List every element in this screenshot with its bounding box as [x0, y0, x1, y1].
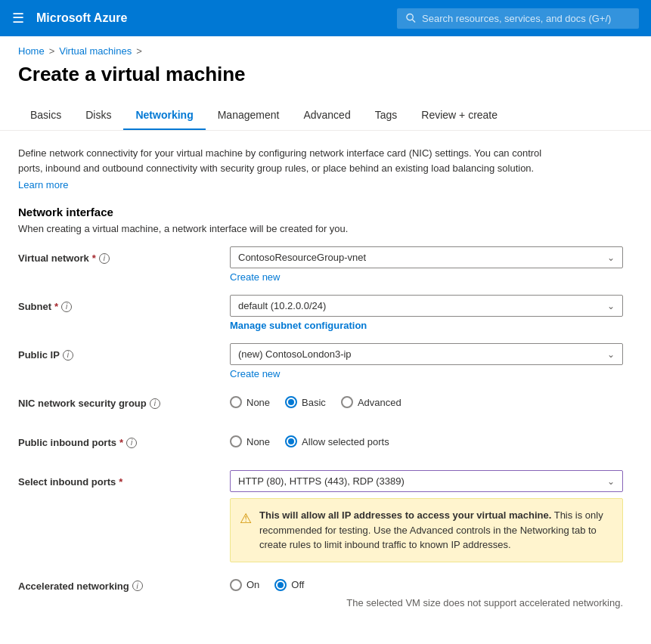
chevron-down-icon: ⌄: [607, 301, 615, 311]
subnet-label: Subnet * i: [18, 295, 230, 312]
svg-line-1: [412, 20, 415, 23]
network-interface-heading: Network interface: [18, 206, 633, 218]
public-inbound-ports-row: Public inbound ports * i None Allow sele…: [18, 431, 633, 458]
subnet-control: default (10.2.0.0/24) ⌄ Manage subnet co…: [230, 295, 633, 331]
nic-basic-radio[interactable]: [285, 396, 297, 408]
ports-none-radio[interactable]: [230, 435, 242, 447]
nic-advanced-label: Advanced: [358, 397, 401, 408]
azure-logo: Microsoft Azure: [36, 11, 127, 25]
ports-allow-option[interactable]: Allow selected ports: [285, 435, 389, 447]
subnet-required-marker: *: [54, 301, 58, 312]
virtual-network-dropdown[interactable]: ContosoResourceGroup-vnet ⌄: [230, 246, 623, 268]
nic-basic-label: Basic: [302, 397, 326, 408]
svg-point-0: [407, 14, 413, 20]
public-ip-value: (new) ContosoLondon3-ip: [238, 348, 352, 360]
public-ip-label: Public IP i: [18, 343, 230, 361]
accel-on-option[interactable]: On: [230, 579, 259, 591]
nic-none-radio[interactable]: [230, 396, 242, 408]
nic-advanced-option[interactable]: Advanced: [341, 396, 401, 408]
select-inbound-ports-dropdown[interactable]: HTTP (80), HTTPS (443), RDP (3389) ⌄: [230, 470, 623, 492]
public-inbound-ports-control: None Allow selected ports: [230, 431, 633, 447]
public-ip-row: Public IP i (new) ContosoLondon3-ip ⌄ Cr…: [18, 343, 633, 379]
public-ip-create-new-link[interactable]: Create new: [230, 368, 633, 379]
nic-security-group-row: NIC network security group i None Basic …: [18, 392, 633, 419]
select-ports-required-marker: *: [119, 476, 122, 488]
breadcrumb-sep1: >: [49, 45, 55, 57]
nic-none-option[interactable]: None: [230, 396, 270, 408]
accel-on-label: On: [246, 579, 259, 590]
virtual-network-row: Virtual network * i ContosoResourceGroup…: [18, 246, 633, 283]
tabs-container: Basics Disks Networking Management Advan…: [0, 101, 651, 131]
ports-info-icon[interactable]: i: [126, 438, 137, 448]
tab-review-create[interactable]: Review + create: [409, 101, 510, 130]
public-ip-info-icon[interactable]: i: [63, 350, 73, 361]
content-area: Define network connectivity for your vir…: [0, 131, 651, 636]
ports-none-label: None: [246, 436, 270, 447]
select-inbound-ports-label: Select inbound ports *: [18, 470, 230, 488]
subnet-info-icon[interactable]: i: [61, 302, 72, 312]
accel-info-icon[interactable]: i: [132, 581, 143, 591]
nic-radio-group: None Basic Advanced: [230, 392, 633, 408]
vnet-create-new-link[interactable]: Create new: [230, 271, 633, 283]
learn-more-link[interactable]: Learn more: [18, 179, 68, 190]
top-navbar: ☰ Microsoft Azure: [0, 0, 651, 36]
nic-basic-option[interactable]: Basic: [285, 396, 326, 408]
network-interface-sub: When creating a virtual machine, a netwo…: [18, 223, 633, 234]
public-ip-dropdown[interactable]: (new) ContosoLondon3-ip ⌄: [230, 343, 623, 365]
tab-advanced[interactable]: Advanced: [291, 101, 362, 130]
page-description: Define network connectivity for your vir…: [18, 146, 547, 175]
page-title: Create a virtual machine: [0, 60, 651, 101]
vnet-info-icon[interactable]: i: [99, 253, 110, 264]
search-input[interactable]: [422, 13, 630, 24]
manage-subnet-link[interactable]: Manage subnet configuration: [230, 320, 633, 331]
select-inbound-ports-control: HTTP (80), HTTPS (443), RDP (3389) ⌄ ⚠ T…: [230, 470, 633, 562]
ports-none-option[interactable]: None: [230, 435, 270, 447]
ports-allow-radio[interactable]: [285, 435, 297, 447]
accel-off-option[interactable]: Off: [274, 579, 304, 591]
accel-radio-group: On Off: [230, 574, 633, 591]
select-inbound-ports-row: Select inbound ports * HTTP (80), HTTPS …: [18, 470, 633, 562]
nic-security-group-control: None Basic Advanced: [230, 392, 633, 408]
breadcrumb-sep2: >: [136, 45, 142, 57]
subnet-row: Subnet * i default (10.2.0.0/24) ⌄ Manag…: [18, 295, 633, 331]
virtual-network-label: Virtual network * i: [18, 246, 230, 264]
accel-note: The selected VM size does not support ac…: [230, 597, 623, 608]
warning-text: This will allow all IP addresses to acce…: [259, 508, 613, 553]
tab-tags[interactable]: Tags: [363, 101, 410, 130]
public-inbound-ports-label: Public inbound ports * i: [18, 431, 230, 448]
inbound-ports-radio-group: None Allow selected ports: [230, 431, 633, 447]
accel-off-radio[interactable]: [274, 579, 287, 591]
chevron-down-icon: ⌄: [607, 252, 615, 263]
nic-advanced-radio[interactable]: [341, 396, 353, 408]
public-ip-control: (new) ContosoLondon3-ip ⌄ Create new: [230, 343, 633, 379]
breadcrumb: Home > Virtual machines >: [0, 36, 651, 60]
tab-networking[interactable]: Networking: [123, 101, 205, 130]
chevron-down-icon: ⌄: [607, 349, 615, 360]
breadcrumb-virtual-machines[interactable]: Virtual machines: [59, 45, 132, 57]
breadcrumb-home[interactable]: Home: [18, 45, 45, 57]
nic-security-group-label: NIC network security group i: [18, 392, 230, 409]
tab-basics[interactable]: Basics: [18, 101, 73, 130]
accelerated-networking-control: On Off The selected VM size does not sup…: [230, 574, 633, 608]
nic-none-label: None: [246, 397, 270, 408]
accelerated-networking-label: Accelerated networking i: [18, 574, 230, 592]
subnet-dropdown[interactable]: default (10.2.0.0/24) ⌄: [230, 295, 623, 317]
subnet-value: default (10.2.0.0/24): [238, 300, 326, 311]
virtual-network-value: ContosoResourceGroup-vnet: [238, 252, 366, 263]
vnet-required-marker: *: [92, 252, 96, 264]
search-bar[interactable]: [397, 8, 639, 29]
warning-bold-text: This will allow all IP addresses to acce…: [259, 509, 551, 521]
warning-icon: ⚠: [240, 509, 252, 529]
tab-management[interactable]: Management: [206, 101, 292, 130]
hamburger-menu[interactable]: ☰: [12, 10, 24, 26]
ports-required-marker: *: [119, 437, 123, 448]
tab-disks[interactable]: Disks: [73, 101, 123, 130]
accel-on-radio[interactable]: [230, 579, 242, 591]
ports-allow-label: Allow selected ports: [302, 436, 389, 447]
warning-box: ⚠ This will allow all IP addresses to ac…: [230, 498, 623, 562]
nic-info-icon[interactable]: i: [150, 398, 160, 409]
virtual-network-control: ContosoResourceGroup-vnet ⌄ Create new: [230, 246, 633, 283]
accelerated-networking-row: Accelerated networking i On Off The sele…: [18, 574, 633, 608]
chevron-down-icon: ⌄: [607, 476, 615, 487]
accel-off-label: Off: [291, 579, 304, 590]
